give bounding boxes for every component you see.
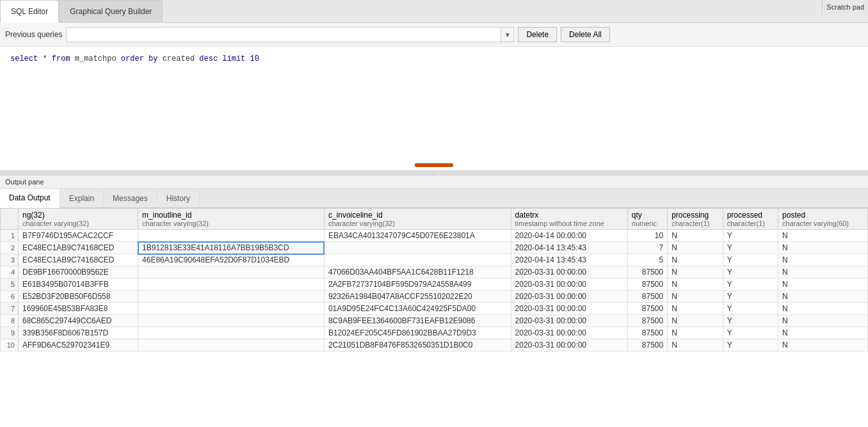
table-cell[interactable]: 1 — [1, 230, 19, 242]
tab-explain[interactable]: Explain — [60, 189, 104, 208]
table-cell[interactable] — [138, 278, 325, 291]
table-cell[interactable]: 8 — [1, 315, 19, 327]
tab-messages[interactable]: Messages — [104, 189, 157, 208]
delete-button[interactable]: Delete — [518, 27, 557, 42]
table-cell[interactable]: 87500 — [627, 291, 667, 303]
table-cell[interactable]: 87500 — [627, 339, 667, 351]
prev-queries-input[interactable] — [67, 28, 501, 42]
table-cell[interactable]: B7F9746D195ACAC2CCF — [19, 230, 138, 242]
table-cell[interactable]: N — [668, 339, 723, 351]
table-cell[interactable]: 2020-03-31 00:00:00 — [511, 303, 627, 315]
table-cell[interactable]: Y — [723, 242, 778, 254]
table-cell[interactable]: 2020-03-31 00:00:00 — [511, 278, 627, 291]
table-cell[interactable]: DE9BF16670000B9562E — [19, 266, 138, 278]
table-cell[interactable] — [138, 315, 325, 327]
table-cell[interactable]: N — [778, 327, 868, 339]
table-cell[interactable]: 87500 — [627, 327, 667, 339]
table-cell[interactable]: Y — [723, 278, 778, 291]
table-cell[interactable]: N — [668, 291, 723, 303]
table-cell[interactable]: 92326A1984B047A8ACCF255102022E20 — [324, 291, 511, 303]
table-cell[interactable]: N — [778, 278, 868, 291]
table-cell[interactable]: 2C21051DB8F8476F8532650351D1B0C0 — [324, 339, 511, 351]
table-cell[interactable] — [138, 327, 325, 339]
table-cell[interactable]: 2 — [1, 242, 19, 254]
table-cell[interactable] — [138, 339, 325, 351]
table-cell[interactable]: 8C9AB9FEE1364600BF731EAFB12E9086 — [324, 315, 511, 327]
table-cell[interactable]: N — [778, 339, 868, 351]
table-cell[interactable]: Y — [723, 230, 778, 242]
table-cell[interactable]: Y — [723, 327, 778, 339]
table-cell[interactable]: N — [778, 242, 868, 254]
table-cell[interactable]: 87500 — [627, 266, 667, 278]
table-cell[interactable]: 2020-03-31 00:00:00 — [511, 266, 627, 278]
table-cell[interactable]: Y — [723, 254, 778, 266]
table-cell[interactable]: Y — [723, 266, 778, 278]
table-cell[interactable]: N — [668, 266, 723, 278]
table-cell[interactable]: N — [778, 303, 868, 315]
table-cell[interactable]: EC48EC1AB9C74168CED — [19, 242, 138, 254]
tab-graphical-query-builder[interactable]: Graphical Query Builder — [59, 0, 163, 23]
table-cell[interactable]: EC48EC1AB9C74168CED — [19, 254, 138, 266]
table-cell[interactable]: N — [668, 315, 723, 327]
table-cell[interactable] — [324, 254, 511, 266]
prev-queries-dropdown[interactable]: ▼ — [501, 28, 513, 42]
table-cell[interactable] — [138, 230, 325, 242]
tab-sql-editor[interactable]: SQL Editor — [0, 0, 59, 23]
table-cell[interactable]: N — [778, 291, 868, 303]
table-cell[interactable]: 46E86A19C90648EFA52D0F87D1034EBD — [138, 254, 325, 266]
table-cell[interactable]: E52BD3F20BB50F6D558 — [19, 291, 138, 303]
table-cell[interactable]: 87500 — [627, 315, 667, 327]
table-cell[interactable]: Y — [723, 315, 778, 327]
table-cell[interactable]: N — [668, 242, 723, 254]
table-cell[interactable]: 2020-03-31 00:00:00 — [511, 327, 627, 339]
table-cell[interactable]: 1B912813E33E41A18116A7BB19B5B3CD — [138, 242, 325, 254]
table-cell[interactable]: 87500 — [627, 278, 667, 291]
table-cell[interactable]: 6 — [1, 291, 19, 303]
table-cell[interactable]: 7 — [1, 303, 19, 315]
delete-all-button[interactable]: Delete All — [561, 27, 610, 42]
table-cell[interactable]: 2020-03-31 00:00:00 — [511, 291, 627, 303]
table-cell[interactable]: 339B356F8D6067B157D — [19, 327, 138, 339]
table-cell[interactable]: 2020-04-14 13:45:43 — [511, 242, 627, 254]
table-cell[interactable]: AFF9D6AC529702341E9 — [19, 339, 138, 351]
data-table-wrap[interactable]: ng(32) character varying(32) m_inoutline… — [0, 208, 868, 427]
table-cell[interactable]: 10 — [627, 230, 667, 242]
table-cell[interactable]: B12024EF205C45FD861902BBAA27D9D3 — [324, 327, 511, 339]
table-cell[interactable]: N — [668, 230, 723, 242]
table-cell[interactable]: Y — [723, 303, 778, 315]
table-cell[interactable]: N — [778, 230, 868, 242]
table-cell[interactable]: 5 — [1, 278, 19, 291]
table-cell[interactable] — [138, 303, 325, 315]
table-cell[interactable]: 2020-04-14 00:00:00 — [511, 230, 627, 242]
table-cell[interactable]: 2020-03-31 00:00:00 — [511, 339, 627, 351]
table-cell[interactable]: N — [778, 254, 868, 266]
table-cell[interactable] — [324, 242, 511, 254]
tab-history[interactable]: History — [157, 189, 200, 208]
table-cell[interactable] — [138, 291, 325, 303]
table-cell[interactable]: N — [778, 315, 868, 327]
table-cell[interactable]: 3 — [1, 254, 19, 266]
table-cell[interactable]: 68C865C297449CC6AED — [19, 315, 138, 327]
table-cell[interactable]: 10 — [1, 339, 19, 351]
table-cell[interactable] — [138, 266, 325, 278]
table-cell[interactable]: 9 — [1, 327, 19, 339]
table-cell[interactable]: EBA34CA4013247079C45D07E6E23801A — [324, 230, 511, 242]
table-cell[interactable]: N — [668, 303, 723, 315]
table-cell[interactable]: Y — [723, 339, 778, 351]
table-cell[interactable]: 169960E45B53BFA83E8 — [19, 303, 138, 315]
table-cell[interactable]: 2020-04-14 13:45:43 — [511, 254, 627, 266]
table-cell[interactable]: 4 — [1, 266, 19, 278]
table-cell[interactable]: N — [778, 266, 868, 278]
sql-editor-area[interactable]: select * from m_matchpo order by created… — [0, 47, 868, 172]
table-cell[interactable]: 01A9D95E24FC4C13A60C424925F5DA00 — [324, 303, 511, 315]
tab-data-output[interactable]: Data Output — [0, 189, 60, 208]
table-cell[interactable]: N — [668, 278, 723, 291]
table-cell[interactable]: Y — [723, 291, 778, 303]
table-cell[interactable]: N — [668, 254, 723, 266]
table-cell[interactable]: N — [668, 327, 723, 339]
table-cell[interactable]: 2020-03-31 00:00:00 — [511, 315, 627, 327]
table-cell[interactable]: 2A2FB72737104BF595D979A24558A499 — [324, 278, 511, 291]
table-cell[interactable]: 5 — [627, 254, 667, 266]
table-cell[interactable]: 87500 — [627, 303, 667, 315]
table-cell[interactable]: 47066D03AA404BF5AA1C6428B11F1218 — [324, 266, 511, 278]
